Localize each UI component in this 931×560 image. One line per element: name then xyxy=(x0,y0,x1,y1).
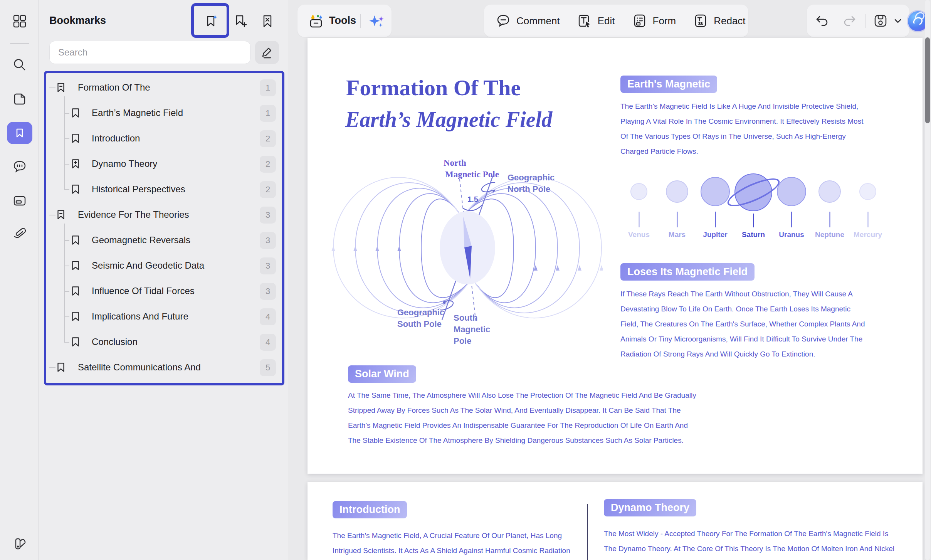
apps-grid-icon[interactable] xyxy=(12,13,27,29)
tools-button[interactable]: Tools xyxy=(329,15,356,27)
planet-tick xyxy=(639,212,640,227)
tab-comment[interactable]: Comment xyxy=(496,13,560,29)
rail-divider xyxy=(10,43,29,44)
form-fields-icon xyxy=(632,13,647,29)
save-button[interactable] xyxy=(873,13,888,29)
planet-tick xyxy=(867,212,869,227)
planet-item: Venus xyxy=(620,173,657,239)
tree-connector xyxy=(64,189,69,190)
tree-connector xyxy=(64,316,69,317)
pdf-page-2[interactable]: Introduction The Earth's Magnetic Field,… xyxy=(308,482,923,560)
tab-label: Form xyxy=(653,15,676,27)
text-line: Earth's Magnetic Field Provides An Indis… xyxy=(348,418,733,433)
neptune-planet-icon xyxy=(818,180,841,203)
planet-label: Saturn xyxy=(742,230,765,239)
tab-edit[interactable]: Edit xyxy=(577,13,615,29)
bookmark-page-number: 2 xyxy=(260,156,276,173)
field-arrow xyxy=(600,265,603,271)
selection-highlight-box xyxy=(191,3,229,38)
bookmark-row[interactable]: Satellite Communications And5 xyxy=(46,355,282,380)
planet-label: Uranus xyxy=(779,230,804,239)
sidebar-rail xyxy=(0,0,39,560)
toolbox-icon[interactable] xyxy=(308,12,324,29)
bookmark-row[interactable]: Introduction2 xyxy=(46,126,282,151)
bookmark-row[interactable]: Conclusion4 xyxy=(46,330,282,355)
tools-group: Tools xyxy=(297,5,392,37)
tree-connector xyxy=(64,164,69,165)
bookmark-row[interactable]: Historical Perspectives2 xyxy=(46,177,282,202)
attachments-icon[interactable] xyxy=(12,226,27,242)
bookmark-label: Geomagnetic Reversals xyxy=(92,235,190,246)
bookmark-row[interactable]: Influence Of Tidal Forces3 xyxy=(46,279,282,304)
magnetic-field-diagram: North Magnetic Pole Geographic North Pol… xyxy=(329,150,603,349)
planets-row: VenusMarsJupiterSaturnUranusNeptuneMercu… xyxy=(620,173,886,239)
field-arrow xyxy=(578,265,581,271)
planet-tick xyxy=(791,212,792,227)
bookmark-row[interactable]: Implications And Future4 xyxy=(46,304,282,330)
redo-button[interactable] xyxy=(842,13,857,29)
paragraph: If These Rays Reach The Earth Without Ob… xyxy=(620,286,890,362)
bookmarks-panel: Bookmarks xyxy=(39,0,289,560)
pdf-page-1[interactable]: Formation Of The Earth’s Magnetic Field … xyxy=(308,38,923,474)
document-pages-icon[interactable] xyxy=(12,91,27,107)
search-input[interactable] xyxy=(49,41,250,64)
bookmark-label: Introduction xyxy=(92,133,140,144)
field-arrow xyxy=(353,246,357,251)
bookmark-row[interactable]: Seismic And Geodetic Data3 xyxy=(46,253,282,279)
diagram-label: Geographic xyxy=(397,308,444,317)
thumbnails-icon[interactable] xyxy=(12,193,27,209)
bookmark-icon xyxy=(70,260,81,271)
bookmark-page-number: 3 xyxy=(260,207,276,224)
save-options-button[interactable] xyxy=(892,13,903,29)
redact-block-icon xyxy=(693,13,708,29)
comment-bubble-icon xyxy=(496,13,511,29)
tree-connector xyxy=(49,367,55,368)
comments-icon[interactable] xyxy=(12,159,27,174)
section-badge: Dynamo Theory xyxy=(604,499,696,516)
bookmark-row[interactable]: Earth’s Magnetic Field1 xyxy=(46,101,282,126)
bookmark-icon xyxy=(70,107,81,119)
tree-connector xyxy=(64,113,69,114)
diagram-label: South Pole xyxy=(397,319,442,329)
sidebar-item-bookmarks[interactable] xyxy=(7,122,32,144)
bookmark-icon xyxy=(70,234,81,246)
mars-planet-icon xyxy=(666,180,688,203)
bookmark-page-number: 2 xyxy=(260,181,276,198)
bookmark-page-number: 3 xyxy=(260,257,276,274)
bookmark-icon xyxy=(55,209,67,220)
section-badge: Solar Wind xyxy=(348,365,416,383)
planet-label: Venus xyxy=(628,230,650,239)
text-line: Playing A Vital Role In The Cosmic Envir… xyxy=(620,114,890,129)
bookmark-icon xyxy=(70,158,81,170)
planet-label: Mars xyxy=(669,230,686,239)
edit-bookmarks-button[interactable] xyxy=(255,41,279,64)
text-line: The Most Widely - Accepted Theory For Th… xyxy=(604,526,912,541)
remove-bookmark-button[interactable] xyxy=(257,10,278,32)
search-icon[interactable] xyxy=(12,57,27,72)
bookmark-row[interactable]: Geomagnetic Reversals3 xyxy=(46,228,282,253)
bookmark-icon xyxy=(55,362,67,373)
planet-tick xyxy=(753,214,754,227)
document-viewer: Tools Co xyxy=(289,0,931,560)
tree-connector xyxy=(64,342,69,343)
text-line: The Earth's Magnetic Field Is Like A Hug… xyxy=(620,99,890,114)
tab-form[interactable]: Form xyxy=(632,13,676,29)
tab-redact[interactable]: Redact xyxy=(693,13,745,29)
bookmark-row[interactable]: Dynamo Theory2 xyxy=(46,151,282,177)
paragraph: The Earth's Magnetic Field Is Like A Hug… xyxy=(620,99,890,159)
text-line: The Dynamo Theory. At The Core Of This T… xyxy=(604,541,912,556)
text-line: The Stable Existence Of The Atmosphere B… xyxy=(348,433,733,448)
bookmark-icon xyxy=(70,285,81,297)
uranus-planet-icon xyxy=(777,177,806,206)
bookmark-label: Seismic And Geodetic Data xyxy=(92,260,204,271)
undo-button[interactable] xyxy=(814,13,830,29)
scrollbar-thumb[interactable] xyxy=(925,37,930,123)
swatches-icon[interactable] xyxy=(12,536,27,552)
bookmark-row[interactable]: Formation Of The1 xyxy=(46,75,282,101)
ai-sparkle-button[interactable] xyxy=(368,12,385,30)
bookmark-row[interactable]: Evidence For The Theories3 xyxy=(46,202,282,228)
bookmark-icon xyxy=(70,260,81,271)
toolbar-divider xyxy=(865,14,865,28)
add-bookmark-button[interactable] xyxy=(229,10,251,32)
mercury-planet-icon xyxy=(859,183,876,200)
